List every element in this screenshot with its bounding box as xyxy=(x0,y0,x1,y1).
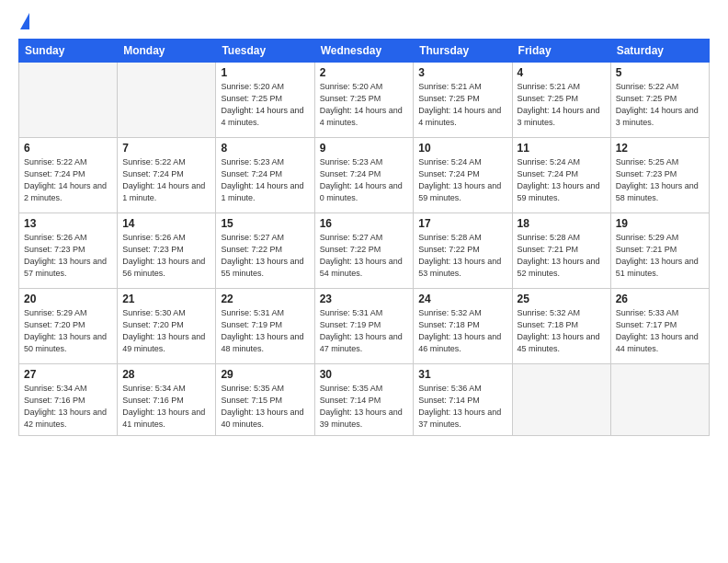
day-number: 9 xyxy=(320,142,409,155)
day-info: Sunrise: 5:22 AM Sunset: 7:24 PM Dayligh… xyxy=(122,156,210,204)
calendar-cell: 11Sunrise: 5:24 AM Sunset: 7:24 PM Dayli… xyxy=(512,138,610,213)
calendar-cell: 12Sunrise: 5:25 AM Sunset: 7:23 PM Dayli… xyxy=(610,138,709,213)
weekday-header-sunday: Sunday xyxy=(19,40,118,63)
calendar-cell xyxy=(512,364,610,436)
day-info: Sunrise: 5:35 AM Sunset: 7:14 PM Dayligh… xyxy=(320,383,409,431)
calendar-cell: 18Sunrise: 5:28 AM Sunset: 7:21 PM Dayli… xyxy=(512,213,610,289)
day-number: 8 xyxy=(221,142,309,155)
day-number: 21 xyxy=(122,293,210,305)
day-number: 26 xyxy=(616,293,704,305)
day-info: Sunrise: 5:23 AM Sunset: 7:24 PM Dayligh… xyxy=(320,156,409,204)
day-number: 1 xyxy=(221,66,309,79)
calendar-row-4: 20Sunrise: 5:29 AM Sunset: 7:20 PM Dayli… xyxy=(19,289,710,364)
calendar-cell: 30Sunrise: 5:35 AM Sunset: 7:14 PM Dayli… xyxy=(314,364,414,436)
day-number: 4 xyxy=(518,66,606,79)
day-info: Sunrise: 5:35 AM Sunset: 7:15 PM Dayligh… xyxy=(221,383,309,431)
calendar: SundayMondayTuesdayWednesdayThursdayFrid… xyxy=(18,39,710,436)
day-number: 15 xyxy=(221,217,309,230)
calendar-cell: 6Sunrise: 5:22 AM Sunset: 7:24 PM Daylig… xyxy=(19,138,118,213)
day-number: 29 xyxy=(221,368,309,381)
calendar-cell: 31Sunrise: 5:36 AM Sunset: 7:14 PM Dayli… xyxy=(414,364,512,436)
day-info: Sunrise: 5:27 AM Sunset: 7:22 PM Dayligh… xyxy=(320,232,409,280)
calendar-cell: 1Sunrise: 5:20 AM Sunset: 7:25 PM Daylig… xyxy=(216,63,314,138)
calendar-cell xyxy=(19,63,118,138)
day-info: Sunrise: 5:31 AM Sunset: 7:19 PM Dayligh… xyxy=(221,307,309,355)
day-number: 12 xyxy=(616,142,704,155)
day-number: 17 xyxy=(418,217,506,230)
calendar-cell: 20Sunrise: 5:29 AM Sunset: 7:20 PM Dayli… xyxy=(19,289,118,364)
calendar-row-1: 1Sunrise: 5:20 AM Sunset: 7:25 PM Daylig… xyxy=(19,63,710,138)
day-info: Sunrise: 5:24 AM Sunset: 7:24 PM Dayligh… xyxy=(518,156,606,204)
day-number: 25 xyxy=(518,293,606,305)
day-info: Sunrise: 5:25 AM Sunset: 7:23 PM Dayligh… xyxy=(616,156,704,204)
day-number: 30 xyxy=(320,368,409,381)
day-number: 19 xyxy=(616,217,704,230)
calendar-row-2: 6Sunrise: 5:22 AM Sunset: 7:24 PM Daylig… xyxy=(19,138,710,213)
day-number: 31 xyxy=(418,368,506,381)
day-number: 11 xyxy=(518,142,606,155)
day-info: Sunrise: 5:30 AM Sunset: 7:20 PM Dayligh… xyxy=(122,307,210,355)
day-info: Sunrise: 5:21 AM Sunset: 7:25 PM Dayligh… xyxy=(518,81,606,129)
header xyxy=(18,17,710,29)
day-info: Sunrise: 5:22 AM Sunset: 7:24 PM Dayligh… xyxy=(24,156,112,204)
calendar-cell: 22Sunrise: 5:31 AM Sunset: 7:19 PM Dayli… xyxy=(216,289,314,364)
day-info: Sunrise: 5:23 AM Sunset: 7:24 PM Dayligh… xyxy=(221,156,309,204)
day-info: Sunrise: 5:34 AM Sunset: 7:16 PM Dayligh… xyxy=(24,383,112,431)
calendar-cell: 23Sunrise: 5:31 AM Sunset: 7:19 PM Dayli… xyxy=(314,289,414,364)
day-number: 3 xyxy=(418,66,506,79)
calendar-cell: 2Sunrise: 5:20 AM Sunset: 7:25 PM Daylig… xyxy=(314,63,414,138)
day-number: 22 xyxy=(221,293,309,305)
calendar-cell: 17Sunrise: 5:28 AM Sunset: 7:22 PM Dayli… xyxy=(414,213,512,289)
calendar-cell: 25Sunrise: 5:32 AM Sunset: 7:18 PM Dayli… xyxy=(512,289,610,364)
day-number: 28 xyxy=(122,368,210,381)
day-number: 23 xyxy=(320,293,409,305)
day-info: Sunrise: 5:34 AM Sunset: 7:16 PM Dayligh… xyxy=(122,383,210,431)
logo-triangle-icon xyxy=(20,13,29,29)
calendar-cell xyxy=(610,364,709,436)
weekday-header-saturday: Saturday xyxy=(610,40,709,63)
day-info: Sunrise: 5:31 AM Sunset: 7:19 PM Dayligh… xyxy=(320,307,409,355)
day-info: Sunrise: 5:27 AM Sunset: 7:22 PM Dayligh… xyxy=(221,232,309,280)
day-number: 7 xyxy=(122,142,210,155)
calendar-cell: 27Sunrise: 5:34 AM Sunset: 7:16 PM Dayli… xyxy=(19,364,118,436)
weekday-header-thursday: Thursday xyxy=(414,40,512,63)
calendar-header-row: SundayMondayTuesdayWednesdayThursdayFrid… xyxy=(19,40,710,63)
weekday-header-wednesday: Wednesday xyxy=(314,40,414,63)
calendar-cell: 19Sunrise: 5:29 AM Sunset: 7:21 PM Dayli… xyxy=(610,213,709,289)
day-number: 13 xyxy=(24,217,112,230)
calendar-cell: 5Sunrise: 5:22 AM Sunset: 7:25 PM Daylig… xyxy=(610,63,709,138)
day-info: Sunrise: 5:22 AM Sunset: 7:25 PM Dayligh… xyxy=(616,81,704,129)
day-number: 18 xyxy=(518,217,606,230)
day-info: Sunrise: 5:33 AM Sunset: 7:17 PM Dayligh… xyxy=(616,307,704,355)
day-number: 16 xyxy=(320,217,409,230)
day-info: Sunrise: 5:20 AM Sunset: 7:25 PM Dayligh… xyxy=(320,81,409,129)
weekday-header-friday: Friday xyxy=(512,40,610,63)
calendar-cell xyxy=(118,63,216,138)
day-number: 14 xyxy=(122,217,210,230)
calendar-cell: 21Sunrise: 5:30 AM Sunset: 7:20 PM Dayli… xyxy=(118,289,216,364)
calendar-cell: 13Sunrise: 5:26 AM Sunset: 7:23 PM Dayli… xyxy=(19,213,118,289)
calendar-cell: 7Sunrise: 5:22 AM Sunset: 7:24 PM Daylig… xyxy=(118,138,216,213)
calendar-cell: 26Sunrise: 5:33 AM Sunset: 7:17 PM Dayli… xyxy=(610,289,709,364)
calendar-cell: 4Sunrise: 5:21 AM Sunset: 7:25 PM Daylig… xyxy=(512,63,610,138)
day-info: Sunrise: 5:26 AM Sunset: 7:23 PM Dayligh… xyxy=(122,232,210,280)
calendar-cell: 14Sunrise: 5:26 AM Sunset: 7:23 PM Dayli… xyxy=(118,213,216,289)
weekday-header-monday: Monday xyxy=(118,40,216,63)
calendar-cell: 3Sunrise: 5:21 AM Sunset: 7:25 PM Daylig… xyxy=(414,63,512,138)
day-info: Sunrise: 5:20 AM Sunset: 7:25 PM Dayligh… xyxy=(221,81,309,129)
day-number: 2 xyxy=(320,66,409,79)
calendar-cell: 10Sunrise: 5:24 AM Sunset: 7:24 PM Dayli… xyxy=(414,138,512,213)
day-info: Sunrise: 5:28 AM Sunset: 7:21 PM Dayligh… xyxy=(518,232,606,280)
day-info: Sunrise: 5:26 AM Sunset: 7:23 PM Dayligh… xyxy=(24,232,112,280)
day-number: 24 xyxy=(418,293,506,305)
calendar-cell: 8Sunrise: 5:23 AM Sunset: 7:24 PM Daylig… xyxy=(216,138,314,213)
calendar-row-5: 27Sunrise: 5:34 AM Sunset: 7:16 PM Dayli… xyxy=(19,364,710,436)
calendar-cell: 24Sunrise: 5:32 AM Sunset: 7:18 PM Dayli… xyxy=(414,289,512,364)
day-info: Sunrise: 5:29 AM Sunset: 7:21 PM Dayligh… xyxy=(616,232,704,280)
calendar-cell: 16Sunrise: 5:27 AM Sunset: 7:22 PM Dayli… xyxy=(314,213,414,289)
day-info: Sunrise: 5:32 AM Sunset: 7:18 PM Dayligh… xyxy=(418,307,506,355)
day-number: 6 xyxy=(24,142,112,155)
calendar-cell: 29Sunrise: 5:35 AM Sunset: 7:15 PM Dayli… xyxy=(216,364,314,436)
day-number: 27 xyxy=(24,368,112,381)
day-info: Sunrise: 5:24 AM Sunset: 7:24 PM Dayligh… xyxy=(418,156,506,204)
